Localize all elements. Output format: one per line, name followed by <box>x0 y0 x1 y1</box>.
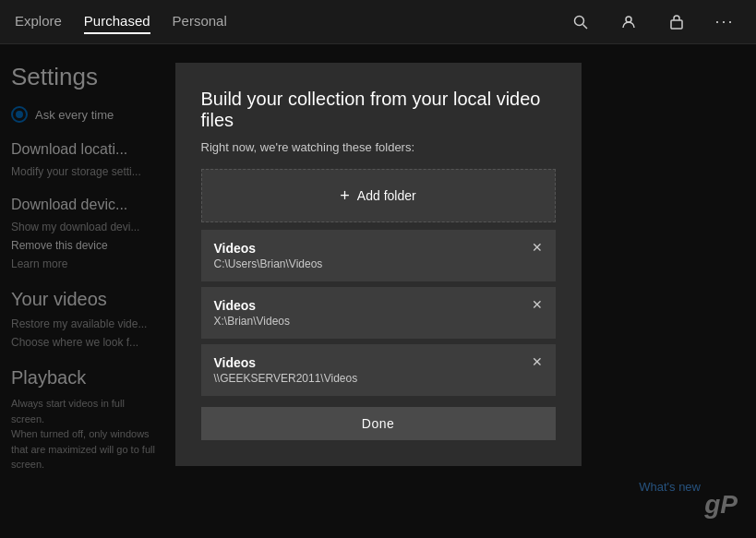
folder-path-1: C:\Users\Brian\Videos <box>214 257 323 270</box>
folder-name-2: Videos <box>214 298 291 313</box>
dialog-overlay: Build your collection from your local vi… <box>0 44 756 538</box>
svg-line-1 <box>583 24 588 29</box>
dialog-subtitle: Right now, we're watching these folders: <box>201 140 556 154</box>
folder-remove-3[interactable]: ✕ <box>532 355 543 368</box>
folder-item-2: Videos X:\Brian\Videos ✕ <box>201 287 556 339</box>
nav-items: Explore Purchased Personal <box>15 9 564 34</box>
dialog: Build your collection from your local vi… <box>175 63 582 466</box>
done-btn-row: Done <box>201 407 556 440</box>
top-navigation: Explore Purchased Personal ··· <box>0 0 756 44</box>
folder-remove-2[interactable]: ✕ <box>532 298 543 311</box>
done-button[interactable]: Done <box>201 407 556 440</box>
folder-path-2: X:\Brian\Videos <box>214 315 291 328</box>
add-folder-label: Add folder <box>357 188 416 203</box>
nav-item-explore[interactable]: Explore <box>15 9 62 34</box>
folder-name-3: Videos <box>214 355 358 370</box>
svg-point-2 <box>626 17 631 22</box>
folder-item-3: Videos \\GEEKSERVER2011\Videos ✕ <box>201 344 556 396</box>
svg-rect-3 <box>671 20 682 29</box>
search-icon[interactable] <box>564 6 597 39</box>
person-icon[interactable] <box>612 6 645 39</box>
dialog-title: Build your collection from your local vi… <box>201 89 556 131</box>
folder-path-3: \\GEEKSERVER2011\Videos <box>214 372 358 385</box>
nav-item-purchased[interactable]: Purchased <box>84 9 150 34</box>
plus-icon: + <box>340 186 350 206</box>
folder-name-1: Videos <box>214 241 323 256</box>
nav-item-personal[interactable]: Personal <box>173 9 227 34</box>
folder-info-1: Videos C:\Users\Brian\Videos <box>214 241 323 270</box>
nav-icons: ··· <box>564 6 741 39</box>
folder-item-1: Videos C:\Users\Brian\Videos ✕ <box>201 230 556 281</box>
add-folder-button[interactable]: + Add folder <box>340 186 415 206</box>
folder-info-3: Videos \\GEEKSERVER2011\Videos <box>214 355 358 385</box>
folder-remove-1[interactable]: ✕ <box>532 241 543 254</box>
add-folder-area[interactable]: + Add folder <box>201 169 556 222</box>
more-icon[interactable]: ··· <box>708 6 741 39</box>
svg-point-0 <box>575 16 584 25</box>
store-icon[interactable] <box>660 6 693 39</box>
folder-info-2: Videos X:\Brian\Videos <box>214 298 291 328</box>
